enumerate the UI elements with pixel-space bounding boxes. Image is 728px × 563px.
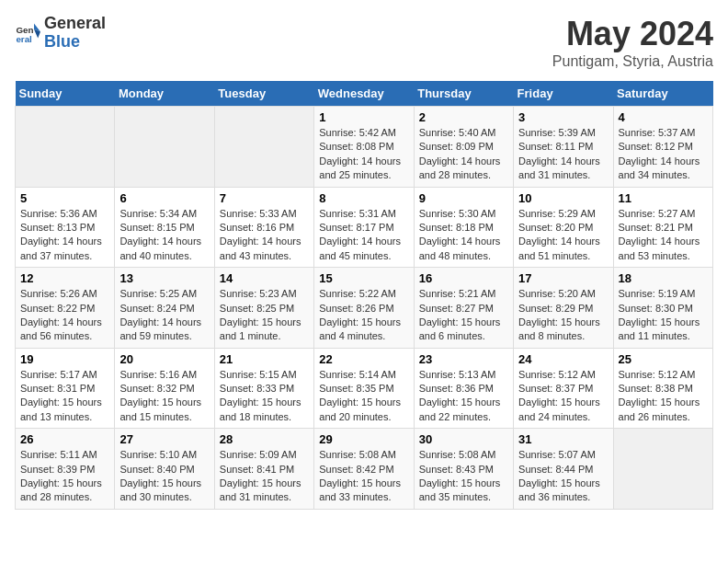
day-number: 30 <box>419 432 508 446</box>
day-number: 22 <box>319 352 408 366</box>
day-info: Sunrise: 5:10 AM Sunset: 8:40 PM Dayligh… <box>119 448 209 505</box>
calendar-cell: 17Sunrise: 5:20 AM Sunset: 8:29 PM Dayli… <box>514 268 613 349</box>
day-info: Sunrise: 5:25 AM Sunset: 8:24 PM Dayligh… <box>119 287 209 344</box>
day-number: 1 <box>319 110 408 124</box>
day-number: 20 <box>119 352 209 366</box>
day-info: Sunrise: 5:16 AM Sunset: 8:32 PM Dayligh… <box>119 368 209 425</box>
header-saturday: Saturday <box>613 81 712 107</box>
day-number: 25 <box>619 352 708 366</box>
subtitle: Puntigam, Styria, Austria <box>552 53 713 70</box>
calendar-cell: 9Sunrise: 5:30 AM Sunset: 8:18 PM Daylig… <box>414 187 513 268</box>
day-info: Sunrise: 5:20 AM Sunset: 8:29 PM Dayligh… <box>518 287 608 344</box>
calendar-cell: 21Sunrise: 5:15 AM Sunset: 8:33 PM Dayli… <box>214 348 313 429</box>
calendar-cell <box>214 107 313 188</box>
day-info: Sunrise: 5:07 AM Sunset: 8:44 PM Dayligh… <box>518 448 608 505</box>
day-info: Sunrise: 5:22 AM Sunset: 8:26 PM Dayligh… <box>319 287 408 344</box>
day-info: Sunrise: 5:39 AM Sunset: 8:11 PM Dayligh… <box>518 126 608 183</box>
day-number: 6 <box>119 191 209 205</box>
header-sunday: Sunday <box>16 81 115 107</box>
day-number: 16 <box>419 271 508 285</box>
calendar-cell <box>16 107 115 188</box>
calendar-cell: 23Sunrise: 5:13 AM Sunset: 8:36 PM Dayli… <box>414 348 513 429</box>
day-info: Sunrise: 5:09 AM Sunset: 8:41 PM Dayligh… <box>220 448 309 505</box>
day-info: Sunrise: 5:33 AM Sunset: 8:16 PM Dayligh… <box>220 207 309 264</box>
day-info: Sunrise: 5:42 AM Sunset: 8:08 PM Dayligh… <box>319 126 408 183</box>
calendar-cell: 20Sunrise: 5:16 AM Sunset: 8:32 PM Dayli… <box>115 348 214 429</box>
day-info: Sunrise: 5:08 AM Sunset: 8:42 PM Dayligh… <box>319 448 408 505</box>
main-title: May 2024 <box>552 15 713 53</box>
calendar-week-4: 19Sunrise: 5:17 AM Sunset: 8:31 PM Dayli… <box>16 348 713 429</box>
calendar-cell: 14Sunrise: 5:23 AM Sunset: 8:25 PM Dayli… <box>214 268 313 349</box>
day-number: 14 <box>220 271 309 285</box>
day-number: 12 <box>20 271 109 285</box>
day-number: 15 <box>319 271 408 285</box>
calendar-cell: 28Sunrise: 5:09 AM Sunset: 8:41 PM Dayli… <box>214 429 313 510</box>
day-number: 31 <box>518 432 608 446</box>
calendar-week-5: 26Sunrise: 5:11 AM Sunset: 8:39 PM Dayli… <box>16 429 713 510</box>
calendar-cell: 16Sunrise: 5:21 AM Sunset: 8:27 PM Dayli… <box>414 268 513 349</box>
calendar-week-1: 1Sunrise: 5:42 AM Sunset: 8:08 PM Daylig… <box>16 107 713 188</box>
calendar-cell: 3Sunrise: 5:39 AM Sunset: 8:11 PM Daylig… <box>514 107 613 188</box>
day-info: Sunrise: 5:26 AM Sunset: 8:22 PM Dayligh… <box>20 287 109 344</box>
header-thursday: Thursday <box>414 81 513 107</box>
day-number: 4 <box>619 110 708 124</box>
header-wednesday: Wednesday <box>314 81 414 107</box>
logo-blue: Blue <box>44 33 106 52</box>
calendar-cell: 31Sunrise: 5:07 AM Sunset: 8:44 PM Dayli… <box>514 429 613 510</box>
header-tuesday: Tuesday <box>214 81 313 107</box>
logo-icon: Gen eral <box>15 20 40 46</box>
day-info: Sunrise: 5:17 AM Sunset: 8:31 PM Dayligh… <box>20 368 109 425</box>
calendar-header: SundayMondayTuesdayWednesdayThursdayFrid… <box>16 81 713 107</box>
calendar-week-2: 5Sunrise: 5:36 AM Sunset: 8:13 PM Daylig… <box>16 187 713 268</box>
day-info: Sunrise: 5:34 AM Sunset: 8:15 PM Dayligh… <box>119 207 209 264</box>
calendar-cell <box>613 429 712 510</box>
day-number: 9 <box>419 191 508 205</box>
logo: Gen eral General Blue <box>15 15 106 52</box>
calendar-cell: 5Sunrise: 5:36 AM Sunset: 8:13 PM Daylig… <box>16 187 115 268</box>
calendar-table: SundayMondayTuesdayWednesdayThursdayFrid… <box>15 81 713 510</box>
day-info: Sunrise: 5:40 AM Sunset: 8:09 PM Dayligh… <box>419 126 508 183</box>
day-info: Sunrise: 5:37 AM Sunset: 8:12 PM Dayligh… <box>619 126 708 183</box>
day-info: Sunrise: 5:23 AM Sunset: 8:25 PM Dayligh… <box>220 287 309 344</box>
day-info: Sunrise: 5:27 AM Sunset: 8:21 PM Dayligh… <box>619 207 708 264</box>
calendar-cell: 25Sunrise: 5:12 AM Sunset: 8:38 PM Dayli… <box>613 348 712 429</box>
day-number: 8 <box>319 191 408 205</box>
day-number: 3 <box>518 110 608 124</box>
calendar-cell: 8Sunrise: 5:31 AM Sunset: 8:17 PM Daylig… <box>314 187 414 268</box>
calendar-cell: 22Sunrise: 5:14 AM Sunset: 8:35 PM Dayli… <box>314 348 414 429</box>
calendar-cell: 24Sunrise: 5:12 AM Sunset: 8:37 PM Dayli… <box>514 348 613 429</box>
day-info: Sunrise: 5:13 AM Sunset: 8:36 PM Dayligh… <box>419 368 508 425</box>
day-number: 11 <box>619 191 708 205</box>
title-block: May 2024 Puntigam, Styria, Austria <box>552 15 713 70</box>
svg-text:eral: eral <box>16 34 32 44</box>
day-info: Sunrise: 5:36 AM Sunset: 8:13 PM Dayligh… <box>20 207 109 264</box>
calendar-cell: 19Sunrise: 5:17 AM Sunset: 8:31 PM Dayli… <box>16 348 115 429</box>
calendar-cell: 27Sunrise: 5:10 AM Sunset: 8:40 PM Dayli… <box>115 429 214 510</box>
day-info: Sunrise: 5:15 AM Sunset: 8:33 PM Dayligh… <box>220 368 309 425</box>
calendar-cell: 1Sunrise: 5:42 AM Sunset: 8:08 PM Daylig… <box>314 107 414 188</box>
calendar-week-3: 12Sunrise: 5:26 AM Sunset: 8:22 PM Dayli… <box>16 268 713 349</box>
day-number: 5 <box>20 191 109 205</box>
day-number: 19 <box>20 352 109 366</box>
day-info: Sunrise: 5:12 AM Sunset: 8:38 PM Dayligh… <box>619 368 708 425</box>
header-friday: Friday <box>514 81 613 107</box>
day-info: Sunrise: 5:21 AM Sunset: 8:27 PM Dayligh… <box>419 287 508 344</box>
day-info: Sunrise: 5:30 AM Sunset: 8:18 PM Dayligh… <box>419 207 508 264</box>
calendar-cell: 2Sunrise: 5:40 AM Sunset: 8:09 PM Daylig… <box>414 107 513 188</box>
day-number: 13 <box>119 271 209 285</box>
day-number: 24 <box>518 352 608 366</box>
calendar-cell <box>115 107 214 188</box>
day-number: 23 <box>419 352 508 366</box>
day-info: Sunrise: 5:29 AM Sunset: 8:20 PM Dayligh… <box>518 207 608 264</box>
header-monday: Monday <box>115 81 214 107</box>
page-header: Gen eral General Blue May 2024 Puntigam,… <box>15 15 713 70</box>
day-number: 18 <box>619 271 708 285</box>
calendar-cell: 11Sunrise: 5:27 AM Sunset: 8:21 PM Dayli… <box>613 187 712 268</box>
day-number: 26 <box>20 432 109 446</box>
day-number: 17 <box>518 271 608 285</box>
day-info: Sunrise: 5:14 AM Sunset: 8:35 PM Dayligh… <box>319 368 408 425</box>
calendar-cell: 12Sunrise: 5:26 AM Sunset: 8:22 PM Dayli… <box>16 268 115 349</box>
day-info: Sunrise: 5:12 AM Sunset: 8:37 PM Dayligh… <box>518 368 608 425</box>
calendar-cell: 6Sunrise: 5:34 AM Sunset: 8:15 PM Daylig… <box>115 187 214 268</box>
day-info: Sunrise: 5:11 AM Sunset: 8:39 PM Dayligh… <box>20 448 109 505</box>
